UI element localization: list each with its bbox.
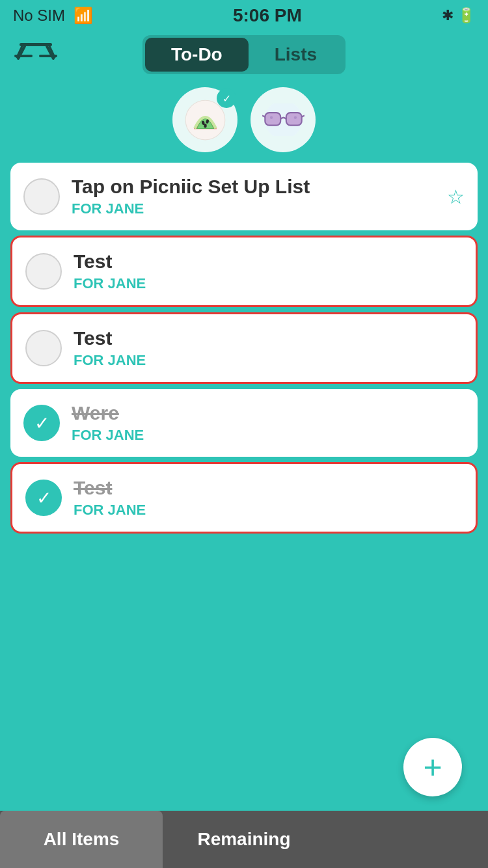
todo-item-2[interactable]: Test FOR Jane [10,236,478,307]
header: To-Do Lists [0,29,488,74]
svg-point-17 [293,116,296,119]
wifi-icon: 📶 [74,7,93,24]
list-icon-picnic[interactable]: ✓ [172,87,237,152]
todo-for-1: FOR Jane [72,200,465,217]
tab-todo[interactable]: To-Do [145,38,249,72]
todo-for-5: FOR Jane [74,502,463,519]
todo-title-5: Test [74,477,463,499]
svg-rect-12 [265,113,280,126]
remaining-button[interactable]: Remaining [163,811,325,868]
todo-item-1[interactable]: Tap on Picniic Set Up List FOR Jane ☆ [10,163,478,230]
battery-icon: 🔋 [457,7,475,24]
todo-for-3: FOR Jane [74,352,463,369]
todo-for-4: FOR Jane [72,427,465,444]
time-display: 5:06 PM [233,5,302,26]
svg-point-10 [204,123,206,128]
todo-for-name-4: Jane [106,427,144,443]
todo-for-name-1: Jane [106,200,144,217]
tab-lists[interactable]: Lists [249,38,343,72]
todo-item-4[interactable]: ✓ Were FOR Jane [10,389,478,457]
checkbox-4[interactable]: ✓ [23,405,60,441]
todo-title-1: Tap on Picniic Set Up List [72,176,465,198]
checkbox-1[interactable] [23,178,60,215]
todo-content-4: Were FOR Jane [72,402,465,444]
svg-point-16 [269,116,272,119]
todo-content-3: Test FOR Jane [74,327,463,369]
todo-title-2: Test [74,251,463,273]
bluetooth-icon: ✱ [442,7,454,24]
svg-rect-13 [286,113,301,126]
todo-for-name-3: Jane [108,352,146,368]
todo-list: Tap on Picniic Set Up List FOR Jane ☆ Te… [0,163,488,534]
tab-toggle: To-Do Lists [142,35,346,74]
todo-item-5[interactable]: ✓ Test FOR Jane [10,462,478,534]
list-active-badge: ✓ [217,88,236,108]
todo-title-3: Test [74,327,463,349]
todo-item-3[interactable]: Test FOR Jane [10,312,478,384]
checkbox-2[interactable] [25,253,62,290]
todo-content-1: Tap on Picniic Set Up List FOR Jane [72,176,465,217]
status-icons: ✱ 🔋 [442,7,475,24]
star-icon-1[interactable]: ☆ [447,185,465,208]
list-icons-row: ✓ [0,74,488,163]
app-logo [13,34,59,69]
todo-for-name-5: Jane [108,502,146,518]
checkbox-3[interactable] [25,330,62,366]
bottom-bar: All Items Remaining [0,811,488,868]
todo-for-2: FOR Jane [74,275,463,292]
todo-content-2: Test FOR Jane [74,251,463,292]
checkbox-5[interactable]: ✓ [25,480,62,516]
todo-for-name-2: Jane [108,275,146,292]
carrier-text: No SIM 📶 [13,7,93,25]
add-icon: + [423,748,442,786]
add-button[interactable]: + [403,738,462,796]
status-bar: No SIM 📶 5:06 PM ✱ 🔋 [0,0,488,29]
todo-title-4: Were [72,402,465,424]
list-icon-summer[interactable] [251,87,316,152]
all-items-button[interactable]: All Items [0,811,163,868]
todo-content-5: Test FOR Jane [74,477,463,519]
